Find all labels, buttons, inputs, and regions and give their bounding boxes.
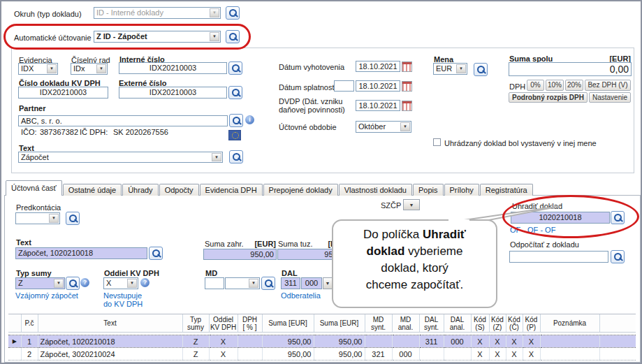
- ic-dph-value: SK 2020267556: [113, 128, 168, 136]
- riadok-text-label: Text: [16, 238, 31, 247]
- interne-cislo-field[interactable]: IDX20210003: [119, 62, 227, 74]
- tab-registratura[interactable]: Registratúra: [480, 184, 533, 196]
- calendar-icon-button[interactable]: [402, 81, 412, 92]
- text-combo[interactable]: Zápočet ▼: [18, 152, 223, 163]
- odpocitat-field[interactable]: [509, 251, 608, 263]
- dph-20-button[interactable]: 20%: [565, 80, 583, 91]
- dropdown-arrow-icon[interactable]: ▼: [323, 277, 333, 289]
- search-icon-button[interactable]: [226, 30, 240, 43]
- search-icon-button[interactable]: [149, 247, 163, 260]
- ciselny-rad-combo[interactable]: IDx ▼: [71, 63, 108, 75]
- predkontacia-combo[interactable]: ▼: [15, 212, 60, 224]
- search-icon-button[interactable]: [261, 277, 275, 290]
- ico-value: 387367382: [40, 128, 78, 136]
- col-filler: [599, 314, 636, 333]
- mena-combo[interactable]: EUR ▼: [433, 63, 467, 75]
- col-md-anal: MD anal.: [392, 314, 419, 333]
- table-row[interactable]: 2 Zápočet, 3020210024 Z X 950,00 950,00 …: [8, 348, 636, 361]
- col-dph: DPH [ % ]: [238, 314, 262, 333]
- partner-field[interactable]: ABC, s. r. o.: [18, 115, 228, 126]
- md-anal-combo[interactable]: ▼: [225, 277, 260, 289]
- typ-sumy-combo[interactable]: Z ▼: [15, 277, 65, 289]
- suma-zahr-field[interactable]: 950,00: [203, 249, 277, 260]
- suma-spolu-field[interactable]: 0,00: [509, 62, 632, 76]
- dropdown-arrow-icon: ▼: [127, 279, 137, 288]
- search-icon-button[interactable]: [226, 6, 240, 20]
- table-row[interactable]: ▶ 1 Zápočet, 1020210018 Z X 950,00 950,0…: [8, 335, 636, 348]
- predkontacia-label: Predkontácia: [16, 203, 61, 212]
- kv-dph-field[interactable]: IDX20210003: [18, 87, 108, 99]
- dvdp-field[interactable]: 18.10.2021: [356, 100, 400, 111]
- uctovne-obdobie-combo[interactable]: Október ▼: [356, 121, 411, 133]
- datum-vyhotovenia-label: Dátum vyhotovenia: [279, 63, 344, 71]
- search-icon-button[interactable]: [66, 277, 80, 290]
- calendar-icon-button[interactable]: [402, 101, 412, 111]
- search-icon-button[interactable]: [228, 86, 242, 99]
- app-window: Okruh (typ dokladu) ID - Interné doklady…: [0, 0, 642, 364]
- search-icon-button[interactable]: [474, 63, 488, 76]
- dal-anal-field[interactable]: 000: [301, 277, 322, 289]
- nevstupuje-link[interactable]: Nevstupuje do KV DPH: [103, 291, 143, 308]
- help-icon[interactable]: ?: [140, 278, 149, 287]
- col-kod-z: Kód (Z): [489, 314, 506, 333]
- md-label: MD: [205, 269, 217, 277]
- bez-dph-button[interactable]: Bez DPH (V): [585, 80, 631, 91]
- dph-10-button[interactable]: 10%: [546, 80, 564, 91]
- nastavenie-button[interactable]: Nastavenie: [589, 92, 631, 103]
- col-suma-eur-2: Suma [EUR]: [314, 314, 365, 333]
- search-icon-button[interactable]: [229, 150, 243, 163]
- search-icon-button[interactable]: [229, 114, 243, 127]
- suma-zahr-label: Suma zahr.: [205, 240, 244, 248]
- search-icon-button[interactable]: [66, 212, 80, 225]
- tab-odpocty[interactable]: Odpočty: [159, 184, 199, 196]
- dal-synt-field[interactable]: 311: [281, 277, 300, 289]
- ico-label: IČO:: [21, 128, 37, 136]
- vzajomny-zapocet-link[interactable]: Vzájomný zápočet: [15, 291, 78, 300]
- inej-mene-checkbox[interactable]: [433, 138, 441, 146]
- datum-splatnosti-field[interactable]: 18.10.2021: [356, 80, 400, 92]
- tab-ostatne-udaje[interactable]: Ostatné údaje: [63, 184, 122, 196]
- help-icon[interactable]: ?: [80, 278, 89, 287]
- search-icon-button[interactable]: [228, 61, 242, 75]
- riadok-text-field[interactable]: Zápočet, 1020210018: [15, 247, 147, 259]
- suma-zahr-currency: [EUR]: [239, 240, 276, 248]
- md-synt-field[interactable]: [205, 277, 224, 289]
- podrobny-rozpis-dph-button[interactable]: Podrobný rozpis DPH: [509, 92, 588, 103]
- tab-uhrady[interactable]: Úhrady: [122, 184, 158, 196]
- odpocitat-label: Odpočítať z dokladu: [510, 240, 579, 249]
- auto-uctovanie-label: Automatické účtovanie: [14, 34, 92, 42]
- oddiel-kv-dph-combo[interactable]: X ▼: [103, 277, 138, 289]
- dropdown-arrow-icon: ▼: [49, 214, 59, 223]
- search-icon-button[interactable]: [611, 211, 625, 224]
- tab-vlastnosti-dokladu[interactable]: Vlastnosti dokladu: [339, 184, 412, 196]
- calendar-icon-button[interactable]: [402, 61, 412, 72]
- col-suma-eur-1: Suma [EUR]: [262, 314, 314, 333]
- tab-prilohy[interactable]: Prílohy: [444, 184, 479, 196]
- auto-uctovanie-combo[interactable]: Z ID - Zápočet ▼: [94, 31, 221, 43]
- datum-splatnosti-aux-field[interactable]: [334, 80, 354, 92]
- typ-sumy-label: Typ sumy: [16, 269, 52, 277]
- tab-evidencia-dph[interactable]: Evidencia DPH: [200, 184, 263, 196]
- col-pc: P.č: [21, 314, 38, 333]
- szcp-dropdown-button[interactable]: ▼: [403, 199, 420, 210]
- tab-popis[interactable]: Popis: [413, 184, 444, 196]
- dph-0-button[interactable]: 0%: [527, 80, 544, 91]
- callout-text: Do políčka Uhradiť doklad vyberieme dokl…: [332, 226, 497, 293]
- externe-cislo-field[interactable]: IDX20210003: [119, 87, 227, 99]
- okruh-combo[interactable]: ID - Interné doklady ▼: [94, 7, 221, 19]
- col-md-synt: MD synt.: [365, 314, 392, 333]
- datum-vyhotovenia-field[interactable]: 18.10.2021: [356, 61, 400, 72]
- tab-uctovna-cast[interactable]: Účtovná časť: [6, 180, 62, 196]
- okruh-label: Okruh (typ dokladu): [14, 10, 82, 18]
- odberatelia-link[interactable]: Odberatelia: [281, 291, 321, 300]
- dropdown-arrow-icon: ▼: [210, 32, 219, 41]
- evidencia-combo[interactable]: IDX ▼: [18, 63, 58, 75]
- col-typ-sumy: Typ sumy: [182, 314, 209, 333]
- dropdown-arrow-icon: ▼: [210, 8, 219, 17]
- dropdown-arrow-icon: ▼: [400, 122, 410, 131]
- info-icon[interactable]: i: [245, 115, 254, 124]
- eu-flag-icon[interactable]: [228, 130, 241, 140]
- search-icon-button[interactable]: [611, 250, 625, 263]
- row-selector-header: [8, 314, 21, 333]
- tab-prepojene-doklady[interactable]: Prepojené doklady: [263, 184, 338, 196]
